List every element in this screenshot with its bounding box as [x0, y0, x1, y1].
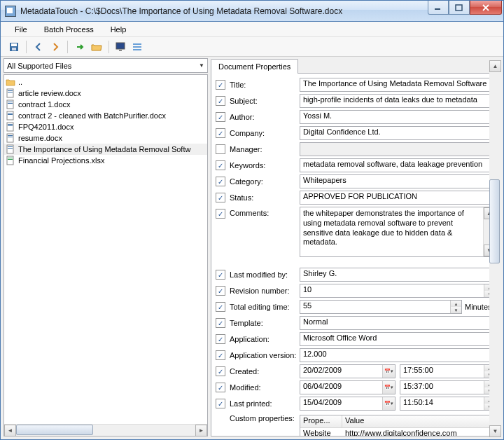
custom-row[interactable]: Website http://www.digitalconfidence.com	[300, 428, 495, 436]
scroll-left-icon[interactable]: ◄	[4, 425, 16, 436]
svg-rect-28	[7, 156, 13, 165]
up-folder-row[interactable]: ..	[4, 76, 207, 88]
svg-rect-16	[7, 111, 13, 120]
checkbox-comments[interactable]: ✓	[216, 209, 225, 219]
minimize-button[interactable]	[428, 1, 449, 15]
file-row[interactable]: resume.docx	[4, 132, 207, 144]
checkbox-template[interactable]: ✓	[216, 318, 225, 328]
label-comments: Comments:	[230, 209, 300, 217]
label-custom-props: Custom properties:	[230, 414, 300, 422]
scroll-up-icon[interactable]: ▲	[489, 60, 501, 72]
checkbox-title[interactable]: ✓	[216, 80, 225, 90]
close-button[interactable]	[470, 1, 502, 15]
input-printed-date[interactable]: 15/04/2009📅▾	[300, 397, 396, 411]
svg-rect-13	[7, 100, 13, 109]
monitor-icon[interactable]	[113, 39, 129, 55]
titlebar[interactable]: MetadataTouch - C:\$Docs\The Importance …	[1, 1, 503, 22]
horizontal-scrollbar[interactable]: ◄ ►	[4, 424, 207, 436]
calendar-icon[interactable]: 📅▾	[382, 365, 395, 378]
nav-back-icon[interactable]	[31, 39, 46, 55]
menu-file[interactable]: File	[8, 24, 34, 35]
label-template: Template:	[230, 319, 300, 327]
svg-rect-14	[8, 102, 13, 102]
checkbox-lastmodby[interactable]: ✓	[216, 270, 225, 280]
checkbox-created[interactable]: ✓	[216, 366, 225, 376]
input-keywords[interactable]: metadata removal software, data leakage …	[300, 158, 496, 172]
window-scrollbar[interactable]: ▲ ▼	[489, 60, 501, 437]
filter-combo[interactable]: All Supported Files ▼	[4, 58, 208, 73]
file-row[interactable]: contract 2 - cleaned with BatchPurifier.…	[4, 110, 207, 121]
input-revision[interactable]: 10▲▼	[300, 284, 496, 298]
checkbox-modified[interactable]: ✓	[216, 383, 225, 392]
input-editing-time[interactable]: 55▲▼	[300, 300, 462, 314]
svg-rect-18	[8, 114, 13, 115]
input-manager[interactable]	[300, 142, 496, 156]
scroll-right-icon[interactable]: ►	[195, 425, 207, 436]
maximize-button[interactable]	[449, 1, 470, 15]
app-window: MetadataTouch - C:\$Docs\The Importance …	[0, 0, 504, 440]
checkbox-subject[interactable]: ✓	[216, 96, 225, 106]
open-folder-icon[interactable]	[89, 39, 104, 55]
spin-up-icon[interactable]: ▲	[451, 301, 461, 307]
input-company[interactable]: Digital Confidence Ltd.	[300, 126, 496, 140]
custom-header-property[interactable]: Prope...	[300, 415, 342, 427]
input-comments[interactable]: the whitepaper demonstrates the importan…	[300, 207, 496, 257]
checkbox-status[interactable]: ✓	[216, 193, 225, 202]
menu-help[interactable]: Help	[104, 24, 134, 35]
scroll-thumb[interactable]	[16, 425, 93, 435]
input-created-date[interactable]: 20/02/2009📅▾	[300, 364, 396, 378]
spin-down-icon[interactable]: ▼	[451, 307, 461, 313]
input-modified-time[interactable]: 15:37:00▲▼	[400, 380, 496, 394]
input-lastmodby[interactable]: Shirley G.	[300, 268, 496, 282]
checkbox-application[interactable]: ✓	[216, 334, 225, 344]
doc-icon	[6, 111, 17, 121]
list-view-icon[interactable]	[130, 39, 146, 55]
save-icon[interactable]	[6, 39, 22, 55]
input-template[interactable]: Normal	[300, 316, 496, 330]
input-created-time[interactable]: 17:55:00▲▼	[400, 364, 496, 378]
checkbox-keywords[interactable]: ✓	[216, 160, 225, 170]
input-subject[interactable]: high-profile incidents of data leaks due…	[300, 94, 496, 108]
file-row[interactable]: Financial Projections.xlsx	[4, 155, 207, 166]
checkbox-company[interactable]: ✓	[216, 128, 225, 138]
nav-go-icon[interactable]	[72, 39, 88, 55]
xls-icon	[6, 156, 17, 165]
svg-rect-12	[8, 92, 13, 92]
label-status: Status:	[230, 193, 300, 202]
svg-rect-3	[11, 43, 17, 46]
checkbox-manager[interactable]	[216, 144, 225, 154]
input-author[interactable]: Yossi M.	[300, 110, 496, 124]
input-printed-time[interactable]: 11:50:14▲▼	[400, 397, 496, 411]
file-row[interactable]: contract 1.docx	[4, 99, 207, 110]
input-modified-date[interactable]: 06/04/2009📅▾	[300, 380, 396, 394]
calendar-icon[interactable]: 📅▾	[382, 397, 395, 410]
file-row[interactable]: article review.docx	[4, 88, 207, 99]
input-appversion[interactable]: 12.000	[300, 348, 496, 362]
input-status[interactable]: APPROVED FOR PUBLICATION	[300, 191, 496, 205]
scroll-thumb[interactable]	[489, 179, 500, 263]
input-application[interactable]: Microsoft Office Word	[300, 332, 496, 346]
checkbox-category[interactable]: ✓	[216, 177, 225, 186]
checkbox-editing[interactable]: ✓	[216, 302, 225, 312]
svg-rect-24	[8, 137, 13, 137]
nav-forward-icon[interactable]	[48, 39, 63, 55]
label-company: Company:	[230, 129, 300, 137]
label-keywords: Keywords:	[230, 161, 300, 170]
custom-header-value[interactable]: Value	[342, 415, 495, 427]
file-row-selected[interactable]: The Importance of Using Metadata Removal…	[4, 144, 207, 155]
checkbox-printed[interactable]: ✓	[216, 399, 225, 408]
file-row[interactable]: FPQ42011.docx	[4, 121, 207, 132]
file-list[interactable]: .. article review.docx contract 1.docx c…	[4, 74, 208, 436]
input-title[interactable]: The Importance of Using Metadata Removal…	[300, 78, 496, 92]
checkbox-revision[interactable]: ✓	[216, 286, 225, 296]
checkbox-author[interactable]: ✓	[216, 112, 225, 122]
input-category[interactable]: Whitepapers	[300, 174, 496, 188]
label-revision: Revision number:	[230, 287, 300, 295]
scroll-down-icon[interactable]: ▼	[489, 425, 501, 437]
doc-icon	[6, 144, 17, 154]
checkbox-appversion[interactable]: ✓	[216, 350, 225, 360]
calendar-icon[interactable]: 📅▾	[382, 381, 395, 394]
custom-properties-table[interactable]: Prope... Value Website http://www.digita…	[300, 415, 496, 436]
tab-document-properties[interactable]: Document Properties	[211, 59, 298, 74]
menu-batch-process[interactable]: Batch Process	[37, 24, 101, 35]
